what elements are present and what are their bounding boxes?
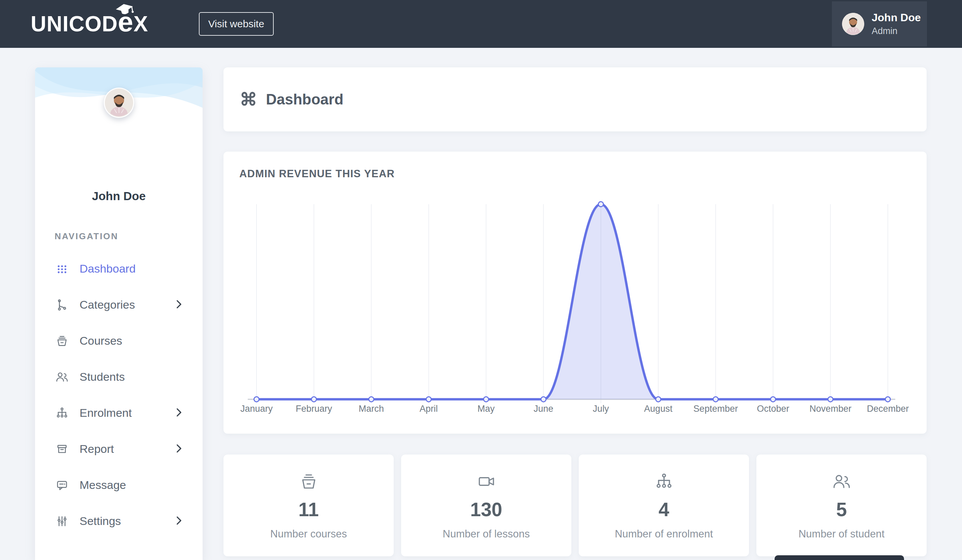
sitemap-icon — [654, 471, 674, 492]
sidebar-item-dashboard[interactable]: Dashboard — [35, 251, 203, 287]
revenue-chart: JanuaryFebruaryMarchAprilMayJuneJulyAugu… — [223, 152, 926, 434]
command-icon: ⌘ — [240, 89, 257, 110]
svg-text:July: July — [593, 403, 609, 414]
revenue-chart-card: ADMIN REVENUE THIS YEAR JanuaryFebruaryM… — [223, 152, 926, 434]
stat-label: Number of student — [799, 528, 885, 540]
svg-text:April: April — [420, 403, 438, 414]
sidebar-item-enrolment[interactable]: Enrolment — [35, 395, 203, 431]
topbar-user-name: John Doe — [872, 11, 921, 24]
app-logo[interactable]: UNICODeX — [31, 11, 148, 36]
topbar-avatar — [842, 13, 864, 35]
sidebar-item-label: Dashboard — [79, 262, 136, 275]
avatar-image — [105, 89, 133, 117]
stat-card-courses: 11 Number courses — [223, 455, 394, 556]
sidebar-item-label: Report — [79, 442, 114, 455]
stat-value: 130 — [470, 498, 502, 521]
sitemap-icon — [55, 406, 69, 421]
topbar-user-panel[interactable]: John Doe Admin — [832, 2, 927, 47]
chevron-right-icon — [176, 300, 182, 310]
grid-dots-icon — [55, 261, 69, 276]
page-title: Dashboard — [266, 91, 344, 108]
sidebar-item-label: Students — [79, 370, 125, 383]
svg-text:September: September — [693, 403, 738, 414]
nav-heading: NAVIGATION — [55, 231, 118, 242]
stat-card-enrolment: 4 Number of enrolment — [579, 455, 749, 556]
topbar: UNICODeX Visit website John Doe Admin — [0, 0, 962, 48]
sidebar-item-courses[interactable]: Courses — [35, 323, 203, 359]
stat-label: Number of lessons — [442, 528, 529, 540]
stat-value: 4 — [659, 498, 670, 521]
sliders-icon — [55, 514, 69, 529]
logo-text-1: UNICOD — [31, 11, 118, 36]
sidebar-nav: Dashboard Categories — [35, 251, 203, 539]
sidebar-avatar — [104, 87, 134, 118]
chat-icon — [55, 478, 69, 492]
stat-value: 11 — [298, 498, 318, 521]
svg-text:October: October — [757, 403, 789, 414]
sidebar-item-message[interactable]: Message — [35, 467, 203, 503]
chevron-right-icon — [176, 408, 182, 418]
svg-text:June: June — [534, 403, 554, 414]
chevron-right-icon — [176, 444, 182, 454]
sidebar-item-students[interactable]: Students — [35, 359, 203, 395]
sidebar-profile-name: John Doe — [35, 189, 203, 203]
sidebar-item-report[interactable]: Report — [35, 431, 203, 467]
svg-text:November: November — [809, 403, 851, 414]
svg-text:December: December — [867, 403, 909, 414]
stats-row: 11 Number courses 130 Number of lessons — [223, 455, 926, 556]
avatar-image — [842, 13, 864, 35]
sidebar-item-label: Enrolment — [79, 407, 132, 420]
video-camera-icon — [477, 471, 496, 492]
svg-text:January: January — [240, 403, 273, 414]
topbar-user-role: Admin — [872, 26, 921, 36]
people-icon — [55, 370, 69, 384]
chevron-right-icon — [176, 516, 182, 526]
tree-icon — [55, 297, 69, 312]
sidebar-item-label: Categories — [79, 298, 135, 311]
topbar-user-meta: John Doe Admin — [872, 11, 921, 36]
stat-value: 5 — [836, 498, 847, 521]
stat-card-students: 5 Number of student — [756, 455, 926, 556]
screen: UNICODeX Visit website John Doe Admin — [0, 0, 962, 560]
archive-icon — [55, 442, 69, 457]
sidebar-item-label: Settings — [79, 515, 121, 528]
page-header-card: ⌘ Dashboard — [223, 68, 926, 131]
footer-peek-bar — [775, 555, 904, 560]
sidebar-item-categories[interactable]: Categories — [35, 287, 203, 323]
svg-text:August: August — [644, 403, 673, 414]
svg-text:March: March — [358, 403, 384, 414]
sidebar: John Doe NAVIGATION Dashboard — [35, 68, 203, 560]
sidebar-item-settings[interactable]: Settings — [35, 503, 203, 539]
stat-label: Number of enrolment — [615, 528, 713, 540]
sidebar-item-label: Message — [79, 478, 126, 492]
basket-icon — [55, 334, 69, 349]
svg-text:February: February — [295, 403, 333, 414]
sidebar-item-label: Courses — [79, 334, 123, 347]
people-icon — [832, 471, 851, 492]
stat-card-lessons: 130 Number of lessons — [401, 455, 571, 556]
svg-text:May: May — [478, 403, 495, 414]
visit-website-button[interactable]: Visit website — [199, 12, 274, 36]
logo-text-2: X — [134, 11, 148, 36]
basket-icon — [299, 471, 318, 492]
stat-label: Number courses — [270, 528, 347, 540]
